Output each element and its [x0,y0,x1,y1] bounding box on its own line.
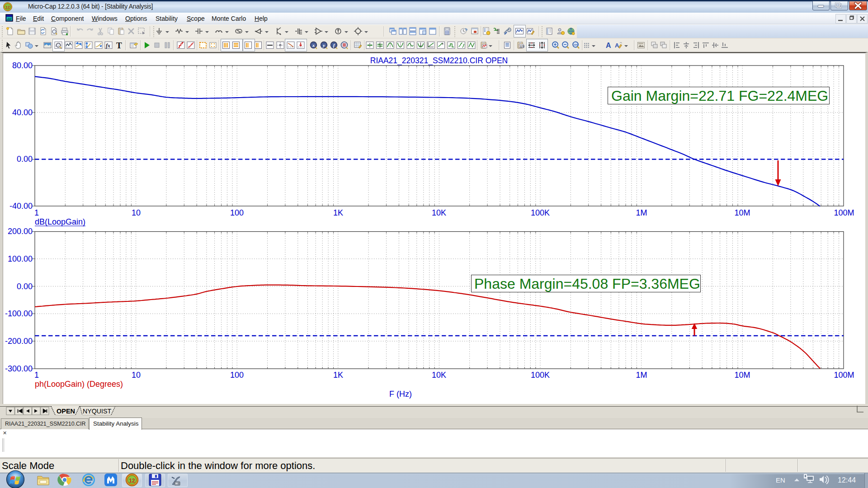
svg-text:12: 12 [129,478,135,484]
